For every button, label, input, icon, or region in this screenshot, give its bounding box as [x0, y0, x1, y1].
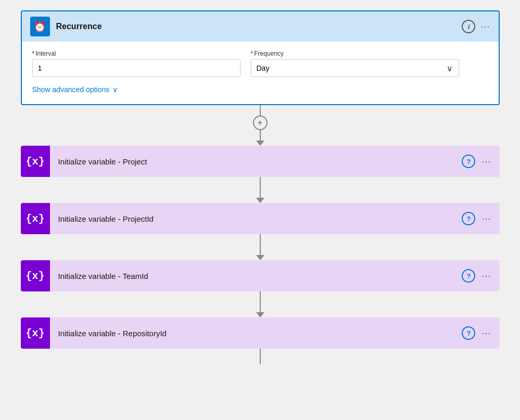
- variable-card-0: {x} Initialize variable - Project ? ···: [21, 146, 500, 177]
- question-icon-3: ?: [467, 329, 471, 337]
- show-advanced-button[interactable]: Show advanced options ∨: [32, 85, 118, 94]
- variable-more-button-1[interactable]: ···: [481, 213, 491, 224]
- variable-actions-2: ? ···: [462, 269, 499, 283]
- variable-card-1: {x} Initialize variable - ProjectId ? ··…: [21, 203, 500, 234]
- variable-actions-0: ? ···: [462, 155, 499, 168]
- variable-icon-box-3: {x}: [21, 317, 50, 349]
- variable-icon-2: {x}: [26, 270, 44, 282]
- recurrence-icon-box: ⏰: [30, 17, 50, 36]
- connector-line-2a: [260, 177, 261, 187]
- question-icon-1: ?: [467, 215, 471, 223]
- frequency-field-group: *Frequency Second Minute Hour Day Week M…: [251, 50, 459, 77]
- frequency-label: *Frequency: [251, 50, 459, 57]
- connector-arrow-4: [256, 312, 264, 317]
- connector-line-2b: [260, 187, 261, 198]
- connector-3: [256, 234, 264, 260]
- variable-card-3: {x} Initialize variable - RepositoryId ?…: [21, 317, 500, 349]
- recurrence-body: *Interval *Frequency Second Minute Hour …: [22, 42, 499, 104]
- variable-help-button-1[interactable]: ?: [462, 212, 475, 225]
- connector-line-3b: [260, 245, 261, 255]
- connector-2: [256, 177, 264, 203]
- variable-icon-1: {x}: [26, 213, 44, 225]
- frequency-select-wrapper: Second Minute Hour Day Week Month ∨: [251, 59, 459, 77]
- recurrence-card: ⏰ Recurrence i ··· *Interval: [21, 10, 500, 105]
- variable-help-button-3[interactable]: ?: [462, 326, 475, 340]
- variable-more-button-3[interactable]: ···: [481, 328, 491, 339]
- variable-icon-3: {x}: [26, 327, 44, 339]
- connector-4: [256, 291, 264, 317]
- add-step-button[interactable]: +: [253, 116, 268, 130]
- connector-line-3a: [260, 234, 261, 245]
- variable-help-button-0[interactable]: ?: [462, 155, 475, 168]
- question-icon-0: ?: [467, 158, 471, 166]
- recurrence-header-actions: i ···: [462, 20, 490, 33]
- info-icon: i: [468, 23, 470, 31]
- variable-icon-box-1: {x}: [21, 203, 50, 234]
- connector-arrow-3: [256, 255, 264, 260]
- variable-title-3: Initialize variable - RepositoryId: [50, 329, 462, 338]
- connector-arrow-1: [256, 141, 264, 146]
- question-icon-2: ?: [467, 272, 471, 280]
- connector-line-4b: [260, 302, 261, 312]
- recurrence-info-button[interactable]: i: [462, 20, 475, 33]
- variable-actions-3: ? ···: [462, 326, 499, 340]
- interval-label: *Interval: [32, 50, 240, 57]
- recurrence-title: Recurrence: [56, 22, 456, 31]
- interval-input[interactable]: [32, 59, 240, 77]
- variable-icon-box-0: {x}: [21, 146, 50, 177]
- variable-icon-0: {x}: [26, 156, 44, 168]
- variable-more-button-0[interactable]: ···: [481, 156, 491, 167]
- interval-field-group: *Interval: [32, 50, 240, 77]
- plus-icon: +: [258, 118, 262, 128]
- variable-icon-box-2: {x}: [21, 260, 50, 291]
- variable-title-2: Initialize variable - TeamId: [50, 272, 462, 281]
- recurrence-fields: *Interval *Frequency Second Minute Hour …: [32, 50, 488, 77]
- frequency-required-marker: *: [251, 50, 253, 57]
- variable-actions-1: ? ···: [462, 212, 499, 225]
- show-advanced-label: Show advanced options: [32, 85, 110, 94]
- connector-arrow-2: [256, 198, 264, 203]
- variable-more-button-2[interactable]: ···: [481, 271, 491, 282]
- interval-required-marker: *: [32, 50, 35, 57]
- variable-card-2: {x} Initialize variable - TeamId ? ···: [21, 260, 500, 291]
- variable-title-0: Initialize variable - Project: [50, 157, 462, 166]
- connector-line-top: [260, 105, 261, 116]
- variable-title-1: Initialize variable - ProjectId: [50, 214, 462, 223]
- recurrence-clock-icon: ⏰: [33, 20, 46, 33]
- show-advanced-chevron-icon: ∨: [112, 85, 118, 94]
- connector-line-4a: [260, 291, 261, 302]
- recurrence-header: ⏰ Recurrence i ···: [22, 11, 499, 42]
- recurrence-more-button[interactable]: ···: [480, 21, 490, 32]
- bottom-connector-line: [260, 349, 261, 364]
- connector-1: +: [253, 105, 268, 146]
- flow-container: ⏰ Recurrence i ··· *Interval: [10, 10, 510, 364]
- frequency-select[interactable]: Second Minute Hour Day Week Month: [251, 59, 459, 77]
- connector-line-mid: [260, 130, 261, 141]
- variable-help-button-2[interactable]: ?: [462, 269, 475, 283]
